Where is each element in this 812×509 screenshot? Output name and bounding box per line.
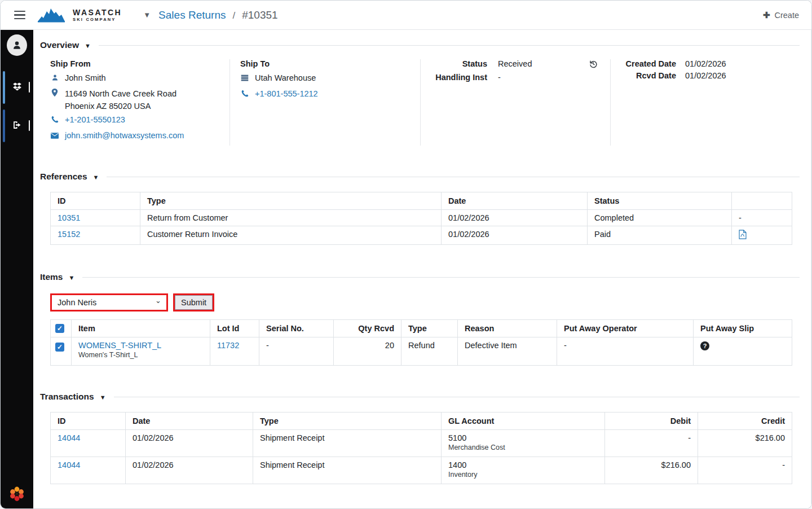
transactions-collapse-caret-icon[interactable]: ▼ (100, 394, 106, 401)
plus-icon: ✚ (763, 10, 770, 20)
section-divider (82, 277, 800, 278)
main-content: Overview ▼ Ship From John Smith (33, 30, 811, 509)
item-put-away-slip-cell: ? (694, 337, 792, 366)
overview-section-header: Overview ▼ (40, 40, 800, 50)
select-all-checkbox[interactable]: ✓ (55, 324, 64, 333)
ship-from-email-link[interactable]: john.smith@hotwaxsystems.com (65, 130, 184, 142)
put-away-operator-select[interactable]: John Neris ⌄ (52, 295, 166, 310)
items-controls: John Neris ⌄ Submit (50, 293, 800, 311)
created-date-value: 01/02/2026 (685, 59, 800, 68)
transaction-gl-cell: 1400 Inventory (442, 457, 605, 484)
transaction-id-link[interactable]: 14044 (58, 460, 80, 469)
table-row: 10351 Return from Customer 01/02/2026 Co… (51, 210, 792, 226)
item-serial: - (259, 337, 334, 366)
lot-id-link[interactable]: 11732 (217, 341, 239, 350)
col-type: Type (140, 192, 442, 210)
highlight-box-select: John Neris ⌄ (50, 293, 168, 311)
dates-block: Created Date 01/02/2026 Rcvd Date 01/02/… (611, 59, 800, 146)
sidebar-tick-logout (29, 120, 30, 131)
pdf-file-icon[interactable] (739, 232, 747, 241)
handling-inst-value: - (498, 73, 610, 82)
ship-to-label: Ship To (240, 59, 420, 68)
user-avatar[interactable] (7, 34, 27, 56)
brand-text: WASATCH SKI COMPANY (73, 8, 122, 22)
phone-icon (50, 115, 59, 126)
col-type: Type (401, 320, 458, 337)
reference-status: Completed (588, 210, 732, 226)
col-date: Date (442, 192, 588, 210)
overview-title: Overview (40, 40, 79, 50)
items-collapse-caret-icon[interactable]: ▼ (69, 274, 75, 281)
ship-from-phone-link[interactable]: +1-201-5550123 (65, 114, 125, 126)
submit-button[interactable]: Submit (175, 295, 213, 310)
reference-id-link[interactable]: 15152 (58, 230, 80, 239)
transaction-date: 01/02/2026 (126, 457, 253, 484)
col-type: Type (253, 413, 442, 430)
gl-account-name: Inventory (448, 471, 598, 479)
transactions-title: Transactions (40, 392, 94, 402)
transaction-type: Shipment Receipt (253, 430, 442, 457)
ship-to-facility: Utah Warehouse (255, 72, 316, 84)
create-button[interactable]: ✚ Create (763, 10, 799, 20)
question-circle-icon[interactable]: ? (700, 341, 709, 350)
item-reason: Defective Item (458, 337, 557, 366)
col-id: ID (51, 192, 140, 210)
items-header-row: ✓ Item Lot Id Serial No. Qty Rcvd Type R… (51, 320, 792, 337)
col-status: Status (588, 192, 732, 210)
create-button-label: Create (774, 11, 799, 20)
location-pin-icon (50, 89, 59, 100)
transaction-id-link[interactable]: 14044 (58, 433, 80, 442)
selected-operator: John Neris (58, 298, 96, 307)
section-divider (99, 45, 800, 46)
ship-from-address-line1: 11649 North Cave Creek Road (65, 88, 176, 100)
col-date: Date (126, 413, 253, 430)
reference-id-link[interactable]: 10351 (58, 213, 80, 222)
col-credit: Credit (698, 413, 792, 430)
col-qty-rcvd: Qty Rcvd (334, 320, 401, 337)
phone-icon (240, 89, 249, 100)
col-serial-no: Serial No. (259, 320, 334, 337)
overview-collapse-caret-icon[interactable]: ▼ (85, 42, 91, 49)
transaction-credit: $216.00 (698, 430, 792, 457)
handling-inst-label: Handling Inst (421, 73, 487, 82)
col-id: ID (51, 413, 126, 430)
item-id-link[interactable]: WOMENS_T-SHIRT_L (78, 341, 161, 350)
transaction-credit: - (698, 457, 792, 484)
app-window: WASATCH SKI COMPANY ▼ Sales Returns / #1… (0, 0, 812, 509)
moqui-flower-icon[interactable] (10, 486, 24, 503)
section-divider (107, 177, 800, 177)
section-divider (114, 397, 800, 397)
ship-to-phone-link[interactable]: +1-801-555-1212 (255, 88, 318, 100)
item-row-checkbox[interactable]: ✓ (55, 343, 64, 352)
user-icon (50, 73, 59, 85)
hamburger-menu-icon[interactable] (14, 11, 25, 20)
references-header-row: ID Type Date Status (51, 192, 792, 210)
company-logo: WASATCH SKI COMPANY (38, 7, 122, 24)
overview-panel: Ship From John Smith 11649 North Cave Cr… (40, 59, 800, 146)
left-sidebar (1, 30, 33, 509)
status-history-icon[interactable] (589, 59, 598, 70)
table-row: 14044 01/02/2026 Shipment Receipt 5100 M… (51, 430, 792, 457)
transactions-section-header: Transactions ▼ (40, 392, 800, 402)
breadcrumb-section-link[interactable]: Sales Returns (158, 9, 226, 21)
reference-date: 01/02/2026 (442, 226, 588, 245)
status-label: Status (421, 59, 487, 68)
transactions-table: ID Date Type GL Account Debit Credit 140… (50, 412, 792, 484)
ship-from-address-line2: Phoenix AZ 85020 USA (65, 102, 230, 111)
breadcrumb-record-id: #10351 (242, 9, 277, 21)
reference-type: Return from Customer (140, 210, 442, 226)
table-row: ✓ WOMENS_T-SHIRT_L Women's T-Shirt_L 117… (51, 337, 792, 366)
envelope-icon (50, 130, 59, 142)
status-value: Received (498, 59, 532, 70)
table-row: 15152 Customer Return Invoice 01/02/2026… (51, 226, 792, 245)
col-gl-account: GL Account (442, 413, 605, 430)
items-section-header: Items ▼ (40, 272, 800, 282)
top-header: WASATCH SKI COMPANY ▼ Sales Returns / #1… (1, 1, 811, 30)
item-type: Refund (401, 337, 458, 366)
references-collapse-caret-icon[interactable]: ▼ (93, 174, 99, 181)
item-qty-rcvd: 20 (334, 337, 401, 366)
transaction-debit: $216.00 (605, 457, 698, 484)
transactions-header-row: ID Date Type GL Account Debit Credit (51, 413, 792, 430)
app-switcher-caret-icon[interactable]: ▼ (143, 11, 151, 19)
gl-account-name: Merchandise Cost (448, 444, 598, 451)
